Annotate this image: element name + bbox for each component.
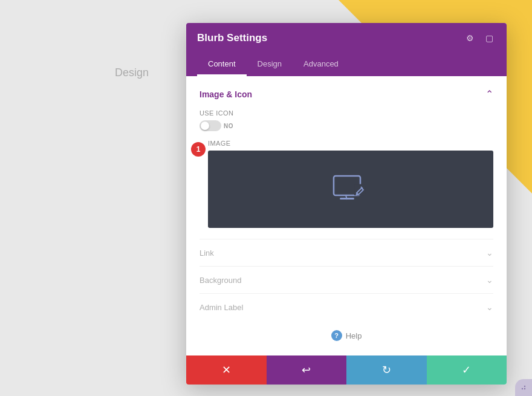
toggle-no-label: NO [224,123,233,129]
svg-point-6 [524,388,525,389]
reset-button[interactable]: ↩ [267,355,347,385]
blurb-settings-modal: Blurb Settings ⚙ ▢ Content Design Advanc… [186,23,507,385]
help-row: ? Help [199,320,493,343]
image-section: 1 Image [199,140,493,228]
admin-label-section-row[interactable]: Admin Label ⌄ [199,293,493,320]
tab-content[interactable]: Content [197,53,247,76]
modal-body: Image & Icon ⌃ Use Icon NO 1 Image [186,76,507,355]
image-icon-section-header: Image & Icon ⌃ [199,88,493,100]
image-icon-collapse-btn[interactable]: ⌃ [485,88,493,100]
help-icon[interactable]: ? [331,330,342,341]
window-icon-btn[interactable]: ▢ [482,31,496,45]
modal-header: Blurb Settings ⚙ ▢ [186,23,507,53]
monitor-edit-icon [331,174,370,205]
resize-icon [521,385,527,391]
design-watermark-label: Design [115,67,149,79]
modal-tabs: Content Design Advanced [186,53,507,76]
modal-footer: ✕ ↩ ↻ ✓ [186,355,507,385]
help-label[interactable]: Help [346,331,362,340]
svg-point-7 [522,388,523,389]
image-icon-section-title: Image & Icon [199,89,252,99]
modal-header-actions: ⚙ ▢ [463,31,496,45]
background-chevron-icon: ⌄ [486,275,493,285]
svg-point-5 [524,386,525,387]
settings-icon-btn[interactable]: ⚙ [463,31,476,45]
admin-label-chevron-icon: ⌄ [486,302,493,312]
cancel-button[interactable]: ✕ [186,355,267,385]
link-section-row[interactable]: Link ⌄ [199,239,493,266]
use-icon-label: Use Icon [199,109,493,117]
use-icon-field: Use Icon NO [199,109,493,131]
link-section-label: Link [199,248,214,258]
resize-handle[interactable] [515,379,532,396]
background-section-label: Background [199,276,241,285]
redo-button[interactable]: ↻ [346,355,427,385]
toggle-group: NO [199,120,493,131]
step-badge: 1 [191,142,206,157]
background-section-row[interactable]: Background ⌄ [199,266,493,293]
use-icon-toggle[interactable] [199,120,221,131]
admin-label-section-label: Admin Label [199,303,243,312]
save-button[interactable]: ✓ [427,355,507,385]
tab-design[interactable]: Design [247,53,293,76]
tab-advanced[interactable]: Advanced [293,53,349,76]
link-chevron-icon: ⌄ [486,248,493,258]
modal-title: Blurb Settings [197,32,267,44]
image-upload-area[interactable] [208,151,493,228]
image-field-label: Image [208,140,493,147]
